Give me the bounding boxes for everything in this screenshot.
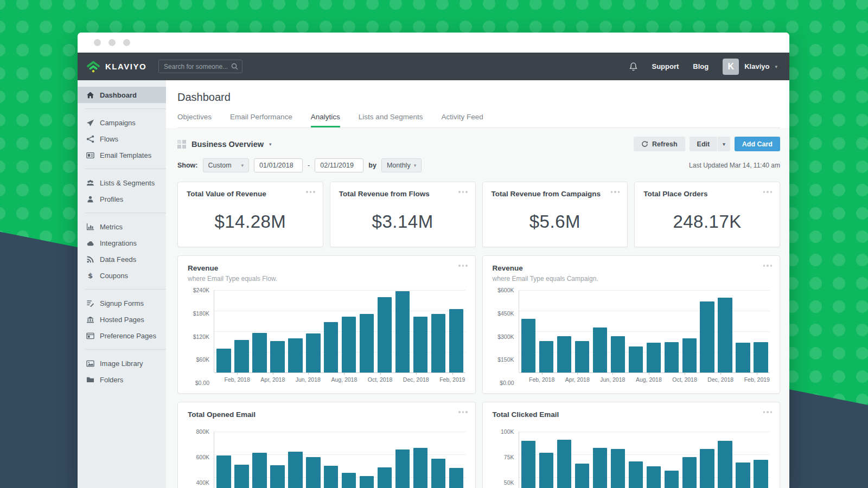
x-axis-label: Feb, 2018 <box>225 376 250 383</box>
bar <box>234 340 248 373</box>
tab-bar: Objectives Email Performance Analytics L… <box>177 113 780 128</box>
sidebar-item-profiles[interactable]: Profiles <box>78 191 166 207</box>
sidebar-item-label: Flows <box>100 135 118 143</box>
bar <box>324 322 338 373</box>
bar <box>413 317 427 373</box>
edit-button[interactable]: Edit <box>690 137 718 151</box>
sidebar-item-preference-pages[interactable]: Preference Pages <box>78 328 166 344</box>
gridline <box>214 373 465 373</box>
app-header: KLAVIYO Support Blog K Klaviyo ▾ <box>78 53 789 80</box>
header-nav: Support Blog K Klaviyo ▾ <box>629 59 778 75</box>
bar <box>413 448 427 488</box>
sidebar-item-data-feeds[interactable]: Data Feeds <box>78 251 166 267</box>
window-control-icon[interactable] <box>108 39 116 46</box>
tab-activity-feed[interactable]: Activity Feed <box>441 113 483 127</box>
bar <box>647 343 661 373</box>
x-axis-label <box>250 376 261 383</box>
bar <box>395 291 410 373</box>
divider <box>85 169 166 169</box>
x-axis-label <box>429 376 440 383</box>
chart-card-total-clicked-email: Total Clicked Email 100K75K50K25K0Feb, 2… <box>482 402 781 488</box>
support-link[interactable]: Support <box>652 62 679 70</box>
divider <box>85 108 166 109</box>
refresh-button[interactable]: Refresh <box>634 137 685 151</box>
bar <box>682 457 697 488</box>
last-updated-text: Last Updated Mar 14, 11:40 am <box>689 162 780 169</box>
user-name: Klaviyo <box>744 62 769 70</box>
card-title: Total Opened Email <box>188 410 465 419</box>
card-menu-icon[interactable] <box>763 411 773 413</box>
header-search <box>158 60 242 73</box>
brand-wordmark: KLAVIYO <box>105 62 146 71</box>
edit-dropdown-button[interactable]: ▾ <box>718 137 730 151</box>
sidebar-item-image-library[interactable]: Image Library <box>78 355 166 371</box>
notifications-bell-icon[interactable] <box>629 62 638 71</box>
chart-card-revenue-flow: Revenue where Email Type equals Flow. $2… <box>177 255 476 394</box>
bank-icon <box>86 316 94 324</box>
tab-analytics[interactable]: Analytics <box>311 113 340 127</box>
x-axis-label: Jun, 2018 <box>600 376 625 383</box>
sidebar-item-coupons[interactable]: $ Coupons <box>78 267 166 284</box>
stat-value: 248.17K <box>635 211 780 232</box>
tab-objectives[interactable]: Objectives <box>177 113 212 127</box>
page-title: Dashboard <box>177 91 780 104</box>
sidebar-item-label: Hosted Pages <box>100 316 144 324</box>
card-title: Total Revenue from Campaigns <box>492 190 619 198</box>
x-axis-label <box>625 376 636 383</box>
sidebar-item-folders[interactable]: Folders <box>78 371 166 388</box>
sidebar-item-email-templates[interactable]: Email Templates <box>78 147 166 163</box>
card-menu-icon[interactable] <box>611 191 620 193</box>
divider <box>85 289 166 290</box>
date-range-select[interactable]: Custom▾ <box>203 158 250 172</box>
user-menu[interactable]: K Klaviyo ▾ <box>723 59 777 75</box>
bar <box>288 338 302 373</box>
card-menu-icon[interactable] <box>763 191 773 193</box>
tab-email-performance[interactable]: Email Performance <box>230 113 292 127</box>
bar <box>754 460 768 488</box>
sidebar-item-dashboard[interactable]: Dashboard <box>78 87 166 103</box>
users-icon <box>86 179 94 187</box>
bar <box>736 343 750 373</box>
sidebar-item-flows[interactable]: Flows <box>78 131 166 147</box>
bar <box>234 465 248 488</box>
klaviyo-logo[interactable]: KLAVIYO <box>86 60 146 73</box>
start-date-input[interactable] <box>254 158 303 172</box>
bar <box>629 461 643 488</box>
bar <box>611 449 625 488</box>
sidebar-item-integrations[interactable]: Integrations <box>78 235 166 251</box>
sidebar-item-lists-segments[interactable]: Lists & Segments <box>78 175 166 191</box>
card-menu-icon[interactable] <box>306 191 315 193</box>
bar <box>754 342 768 373</box>
card-subtitle: where Email Type equals Flow. <box>188 275 465 282</box>
search-input[interactable] <box>158 60 242 73</box>
x-axis-label <box>519 376 529 383</box>
board-view-picker[interactable]: Business Overview ▾ <box>177 140 272 149</box>
card-menu-icon[interactable] <box>763 265 773 267</box>
search-icon <box>231 62 239 70</box>
card-menu-icon[interactable] <box>458 411 468 413</box>
window-control-icon[interactable] <box>94 39 101 46</box>
blog-link[interactable]: Blog <box>693 62 709 70</box>
x-axis-label <box>214 376 225 383</box>
tab-lists-and-segments[interactable]: Lists and Segments <box>359 113 423 127</box>
card-menu-icon[interactable] <box>458 265 468 267</box>
bar <box>593 328 607 373</box>
interval-select[interactable]: Monthly▾ <box>381 158 422 172</box>
card-title: Revenue <box>493 264 770 272</box>
sidebar-item-campaigns[interactable]: Campaigns <box>78 114 166 131</box>
y-axis-label: $0.00 <box>195 380 209 386</box>
add-card-button[interactable]: Add Card <box>735 137 780 151</box>
sidebar-item-hosted-pages[interactable]: Hosted Pages <box>78 311 166 328</box>
avatar: K <box>723 59 739 75</box>
sidebar-item-metrics[interactable]: Metrics <box>78 219 166 235</box>
cards-grid: Total Value of Revenue $14.28M Total Rev… <box>177 182 780 488</box>
card-menu-icon[interactable] <box>458 191 468 193</box>
end-date-input[interactable] <box>315 158 363 172</box>
bar <box>252 453 266 488</box>
sidebar-item-signup-forms[interactable]: Signup Forms <box>78 295 166 311</box>
window-control-icon[interactable] <box>123 39 130 46</box>
bar <box>521 319 535 373</box>
y-axis-label: $120K <box>193 333 209 340</box>
sidebar-item-label: Signup Forms <box>100 299 144 307</box>
bar <box>718 298 732 373</box>
